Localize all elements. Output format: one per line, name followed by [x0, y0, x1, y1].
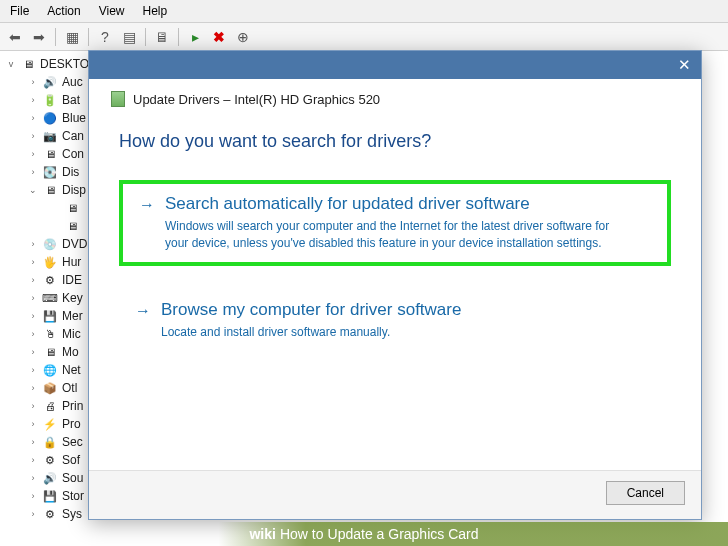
device-category-icon: 📷: [42, 129, 58, 143]
dialog-header: Update Drivers – Intel(R) HD Graphics 52…: [89, 79, 701, 113]
device-category-icon: 🔒: [42, 435, 58, 449]
option-desc: Windows will search your computer and th…: [165, 218, 625, 252]
toolbar-btn-3[interactable]: ⊕: [232, 26, 254, 48]
computer-icon: 🖥: [20, 57, 36, 71]
forward-button[interactable]: ➡: [28, 26, 50, 48]
device-category-icon: 💿: [42, 237, 58, 251]
device-category-icon: 💾: [42, 489, 58, 503]
update-button[interactable]: ▸: [184, 26, 206, 48]
option-content: Search automatically for updated driver …: [165, 194, 625, 252]
device-icon: [111, 91, 125, 107]
menu-file[interactable]: File: [10, 4, 29, 18]
dialog-heading: How do you want to search for drivers?: [119, 131, 671, 152]
option-browse-computer[interactable]: → Browse my computer for driver software…: [119, 290, 671, 351]
menu-action[interactable]: Action: [47, 4, 80, 18]
dialog-titlebar: ✕: [89, 51, 701, 79]
device-category-icon: 🔋: [42, 93, 58, 107]
device-category-icon: ⚙: [42, 507, 58, 521]
scan-button[interactable]: 🖥: [151, 26, 173, 48]
dialog-title: Update Drivers – Intel(R) HD Graphics 52…: [133, 92, 380, 107]
device-category-icon: ⌨: [42, 291, 58, 305]
toolbar-btn-2[interactable]: ▤: [118, 26, 140, 48]
arrow-icon: →: [135, 300, 151, 320]
watermark-title: Update a Graphics Card: [328, 526, 479, 542]
watermark-how: How to: [280, 526, 324, 542]
toolbar-btn-1[interactable]: ▦: [61, 26, 83, 48]
device-category-icon: 📦: [42, 381, 58, 395]
disable-button[interactable]: ✖: [208, 26, 230, 48]
option-title: Browse my computer for driver software: [161, 300, 461, 320]
device-category-icon: ⚙: [42, 273, 58, 287]
device-category-icon: 💾: [42, 309, 58, 323]
separator: [55, 28, 56, 46]
option-title: Search automatically for updated driver …: [165, 194, 625, 214]
back-button[interactable]: ⬅: [4, 26, 26, 48]
display-adapter-icon: 🖥: [64, 219, 80, 233]
update-driver-dialog: ✕ Update Drivers – Intel(R) HD Graphics …: [88, 50, 702, 520]
device-category-icon: 🔊: [42, 75, 58, 89]
option-content: Browse my computer for driver software L…: [161, 300, 461, 341]
separator: [88, 28, 89, 46]
close-icon[interactable]: ✕: [678, 56, 691, 74]
device-category-icon: 🖱: [42, 327, 58, 341]
device-category-icon: ⚡: [42, 417, 58, 431]
device-category-icon: 🔵: [42, 111, 58, 125]
help-button[interactable]: ?: [94, 26, 116, 48]
dialog-body: How do you want to search for drivers? →…: [89, 113, 701, 470]
separator: [178, 28, 179, 46]
device-category-icon: 🖨: [42, 399, 58, 413]
menu-view[interactable]: View: [99, 4, 125, 18]
arrow-icon: →: [139, 194, 155, 214]
device-category-icon: 🖥: [42, 147, 58, 161]
device-category-icon: 🖥: [42, 183, 58, 197]
device-category-icon: 🖐: [42, 255, 58, 269]
option-desc: Locate and install driver software manua…: [161, 324, 461, 341]
toolbar: ⬅ ➡ ▦ ? ▤ 🖥 ▸ ✖ ⊕: [0, 23, 728, 51]
device-category-icon: 🌐: [42, 363, 58, 377]
device-category-icon: ⚙: [42, 453, 58, 467]
dialog-footer: Cancel: [89, 470, 701, 519]
watermark-brand: wiki: [249, 526, 275, 542]
display-adapter-icon: 🖥: [64, 201, 80, 215]
menu-help[interactable]: Help: [143, 4, 168, 18]
menubar: File Action View Help: [0, 0, 728, 23]
device-category-icon: 🔊: [42, 471, 58, 485]
option-search-automatically[interactable]: → Search automatically for updated drive…: [119, 180, 671, 266]
separator: [145, 28, 146, 46]
cancel-button[interactable]: Cancel: [606, 481, 685, 505]
device-category-icon: 💽: [42, 165, 58, 179]
watermark: wikiHow to Update a Graphics Card: [0, 522, 728, 546]
device-category-icon: 🖥: [42, 345, 58, 359]
